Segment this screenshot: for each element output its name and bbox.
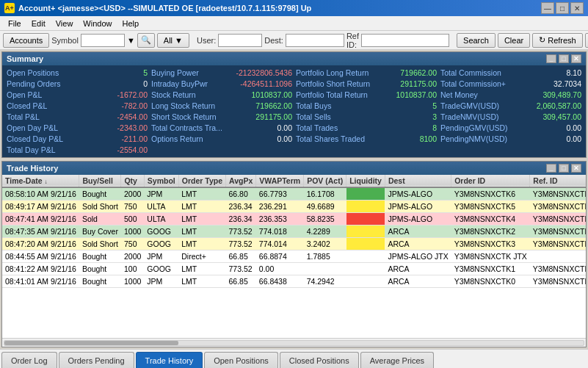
cell-avgpx: 773.52: [226, 263, 256, 275]
col-order-id[interactable]: Order ID: [451, 175, 530, 187]
menu-view[interactable]: View: [51, 18, 78, 29]
export-button[interactable]: 📊: [585, 33, 588, 48]
cell-avgpx: 66.80: [226, 187, 256, 201]
cell-vwapterm: 66.8438: [256, 275, 304, 288]
minimize-button[interactable]: —: [541, 2, 554, 14]
table-row: 08:44:55 AM 9/21/16 Bought 2000 JPM Dire…: [2, 250, 586, 263]
col-pov[interactable]: POV (Act): [304, 175, 346, 187]
col-ref-id[interactable]: Ref. ID: [530, 175, 586, 187]
refid-input[interactable]: [361, 34, 449, 47]
cell-ref-id: [530, 250, 586, 263]
summary-col-3: Portfolio Long Return719662.00 Portfolio…: [294, 68, 438, 155]
cell-avgpx: 66.85: [226, 275, 256, 288]
cell-time: 08:44:55 AM 9/21/16: [2, 250, 79, 263]
symbol-input[interactable]: [81, 34, 125, 47]
col-time-date[interactable]: Time-Date ↓: [2, 175, 79, 187]
trade-table-container[interactable]: Time-Date ↓ Buy/Sell Qty Symbol Order Ty…: [2, 175, 586, 338]
menu-help[interactable]: Help: [117, 18, 143, 29]
cell-order-id: Y3M8NSNXCTK2: [451, 226, 530, 238]
summary-row: Buying Power-21232806.5436: [150, 68, 294, 78]
cell-pov: 4.2289: [304, 226, 346, 238]
cell-buy-sell: Sold Short: [79, 238, 121, 250]
summary-row: Total Contracts Tra...0.00: [150, 123, 294, 133]
search-button[interactable]: Search: [457, 33, 496, 48]
summary-header: Summary _ □ ✕: [2, 52, 586, 65]
user-input[interactable]: [218, 34, 262, 47]
cell-liquidity: [346, 263, 385, 275]
cell-order-type: LMT: [178, 213, 225, 226]
horizontal-scrollbar[interactable]: [2, 338, 586, 347]
tab-order-log[interactable]: Order Log: [1, 352, 57, 368]
cell-dest: ARCA: [385, 226, 451, 238]
trade-maximize-btn[interactable]: □: [559, 164, 569, 173]
symbol-dropdown[interactable]: ▼: [127, 36, 135, 45]
dropdown-arrow-icon[interactable]: ▼: [127, 36, 135, 45]
clear-button[interactable]: Clear: [498, 33, 530, 48]
cell-vwapterm: 236.291: [256, 201, 304, 213]
cell-ref-id: Y3M8NSNXCTK4: [530, 213, 586, 226]
summary-col-2: Buying Power-21232806.5436 Intraday BuyP…: [150, 68, 294, 155]
menu-window[interactable]: Window: [79, 18, 116, 29]
summary-close-btn[interactable]: ✕: [571, 54, 581, 63]
user-label: User:: [197, 36, 216, 45]
trade-minimize-btn[interactable]: _: [546, 164, 556, 173]
dest-label: Dest:: [264, 36, 283, 45]
tab-trade-history[interactable]: Trade History: [136, 352, 203, 368]
summary-row: Total Trades8: [294, 123, 438, 133]
cell-dest: ARCA: [385, 263, 451, 275]
cell-qty: 100: [121, 263, 144, 275]
maximize-button[interactable]: □: [556, 2, 569, 14]
scroll-track[interactable]: [4, 340, 584, 346]
col-vwapterm[interactable]: VWAPTerm: [256, 175, 304, 187]
table-row: 08:58:10 AM 9/21/16 Bought 2000 JPM LMT …: [2, 187, 586, 201]
menu-edit[interactable]: Edit: [27, 18, 50, 29]
tab-average-prices[interactable]: Average Prices: [360, 352, 434, 368]
scroll-thumb[interactable]: [4, 341, 178, 345]
summary-row: Total Buys5: [294, 101, 438, 111]
summary-panel: Summary _ □ ✕ Open Positions5 Pending Or…: [1, 51, 587, 158]
tab-bar: Order Log Orders Pending Trade History O…: [0, 349, 588, 368]
summary-row: Open Positions5: [5, 68, 149, 78]
tab-closed-positions[interactable]: Closed Positions: [280, 352, 359, 368]
col-avgpx[interactable]: AvgPx: [226, 175, 256, 187]
summary-panel-controls: _ □ ✕: [546, 54, 581, 63]
cell-vwapterm: 0.00: [256, 263, 304, 275]
cell-ref-id: Y3M8NSNXCTK3: [530, 238, 586, 250]
summary-minimize-btn[interactable]: _: [546, 54, 556, 63]
cell-ref-id: Y3M8NSNXCTK0: [530, 275, 586, 288]
close-button[interactable]: ✕: [570, 2, 584, 14]
cell-order-type: LMT: [178, 263, 225, 275]
menu-file[interactable]: File: [4, 18, 26, 29]
col-dest[interactable]: Dest: [385, 175, 451, 187]
summary-row: Open P&L-1672.00: [5, 90, 149, 100]
cell-symbol: GOOG: [144, 226, 178, 238]
dest-input[interactable]: [286, 34, 344, 47]
refresh-button[interactable]: ↻ Refresh: [532, 33, 583, 48]
col-qty[interactable]: Qty: [121, 175, 144, 187]
tab-open-positions[interactable]: Open Positions: [204, 352, 278, 368]
summary-row: Total Sells3: [294, 112, 438, 122]
cell-qty: 2000: [121, 187, 144, 201]
summary-maximize-btn[interactable]: □: [559, 54, 569, 63]
all-button[interactable]: All ▼: [157, 33, 189, 48]
tab-orders-pending[interactable]: Orders Pending: [59, 352, 134, 368]
menu-bar: File Edit View Window Help: [0, 16, 588, 31]
cell-qty: 1000: [121, 275, 144, 288]
col-symbol[interactable]: Symbol: [144, 175, 178, 187]
cell-time: 08:58:10 AM 9/21/16: [2, 187, 79, 201]
app-icon: A+: [4, 3, 15, 13]
col-buy-sell[interactable]: Buy/Sell: [79, 175, 121, 187]
table-row: 08:49:17 AM 9/21/16 Sold Short 750 ULTA …: [2, 201, 586, 213]
col-liquidity[interactable]: Liquidity: [346, 175, 385, 187]
summary-row: Total Commission8.10: [439, 68, 583, 78]
cell-order-type: LMT: [178, 201, 225, 213]
cell-buy-sell: Bought: [79, 275, 121, 288]
trade-close-btn[interactable]: ✕: [571, 164, 581, 173]
cell-order-type: LMT: [178, 187, 225, 201]
summary-title: Summary: [7, 54, 43, 63]
col-order-type[interactable]: Order Type: [178, 175, 225, 187]
search-icon-btn[interactable]: 🔍: [137, 33, 155, 48]
summary-content: Open Positions5 Pending Orders0 Open P&L…: [2, 65, 586, 157]
main-content: Summary _ □ ✕ Open Positions5 Pending Or…: [0, 50, 588, 349]
accounts-button[interactable]: Accounts: [3, 33, 49, 48]
